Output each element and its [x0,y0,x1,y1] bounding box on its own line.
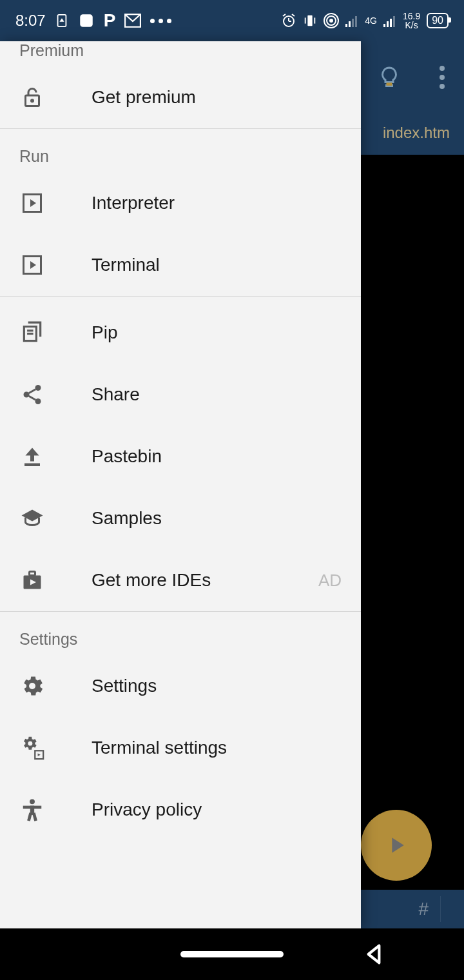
divider [0,296,361,297]
4g-indicator: 4G [365,16,377,25]
svg-rect-18 [355,16,357,27]
tab-index-html[interactable]: index.htm [376,113,456,152]
notif-square-icon [78,12,95,29]
nav-home-pill[interactable] [180,951,284,957]
svg-rect-52 [32,812,37,821]
svg-marker-30 [30,261,36,269]
section-settings: Settings [0,612,361,655]
drawer-item-samples[interactable]: Samples [0,487,361,549]
svg-rect-51 [27,812,32,821]
item-label: Terminal [92,255,342,275]
svg-line-8 [292,14,295,16]
unlock-icon [19,84,45,110]
clock: 8:07 [15,12,46,30]
svg-line-37 [29,396,36,400]
svg-rect-42 [30,572,35,576]
school-icon [19,505,45,531]
svg-point-34 [24,392,30,398]
svg-marker-47 [38,754,41,756]
upload-icon [19,444,45,469]
item-label: Share [92,384,342,405]
netspeed: 16.9K/s [403,12,420,30]
svg-line-7 [283,14,285,16]
svg-point-44 [29,683,35,689]
system-navbar [0,928,464,980]
svg-marker-24 [392,838,403,852]
statusbar: 8:07 P 4G 16.9K/s 90 [0,0,464,41]
key-next[interactable] [441,896,464,922]
drawer-item-pastebin[interactable]: Pastebin [0,426,361,487]
notif-p-icon: P [104,10,116,31]
svg-marker-38 [26,448,39,462]
svg-rect-9 [308,15,313,26]
svg-marker-28 [30,199,36,207]
key-hash[interactable]: # [407,896,441,922]
svg-rect-15 [345,24,347,27]
drawer-item-settings[interactable]: Settings [0,655,361,717]
svg-rect-22 [393,16,395,27]
svg-marker-1 [59,18,64,21]
drawer-item-privacy-policy[interactable]: Privacy policy [0,779,361,841]
gear-terminal-icon [19,735,45,761]
svg-point-26 [30,99,34,103]
drawer-item-more-ides[interactable]: Get more IDEs AD [0,549,361,611]
drawer-item-terminal-settings[interactable]: Terminal settings [0,717,361,779]
navigation-drawer: Premium Get premium Run Interpreter Term… [0,41,361,928]
hotspot-icon [324,13,339,28]
item-label: Pip [92,322,342,343]
gear-icon [19,673,45,699]
svg-point-33 [35,385,41,391]
alarm-icon [281,13,296,28]
accessibility-icon [19,797,45,823]
item-label: Samples [92,508,342,529]
svg-point-12 [329,19,333,23]
notif-mail-icon [124,14,141,28]
item-label: Pastebin [92,446,342,467]
item-label: Privacy policy [92,799,342,820]
item-label: Get premium [92,87,342,108]
svg-rect-21 [390,19,392,27]
play-box-icon [19,190,45,216]
svg-point-48 [30,799,35,804]
drawer-item-share[interactable]: Share [0,364,361,426]
ad-badge: AD [318,571,342,591]
vibrate-icon [303,13,317,28]
section-run: Run [0,129,361,172]
svg-point-35 [35,398,41,404]
section-premium: Premium [0,41,361,66]
item-label: Terminal settings [92,738,342,758]
svg-rect-16 [349,21,351,27]
signal-1-icon [345,14,358,27]
drawer-item-interpreter[interactable]: Interpreter [0,172,361,234]
overflow-menu-icon[interactable] [440,66,445,89]
drawer-item-pip[interactable]: Pip [0,302,361,364]
svg-rect-20 [387,21,389,27]
library-icon [19,320,45,346]
svg-rect-39 [24,464,40,467]
run-fab[interactable] [361,810,432,881]
item-label: Settings [92,676,342,696]
svg-point-45 [28,741,32,746]
item-label: Get more IDEs [92,570,318,591]
notif-more-dots-icon [150,19,171,23]
svg-rect-2 [80,14,93,27]
play-box-icon [19,252,45,278]
shop-icon [19,567,45,593]
battery-indicator: 90 [427,13,449,28]
item-label: Interpreter [92,193,342,213]
hint-bulb-icon[interactable] [378,66,401,89]
svg-rect-19 [383,24,385,27]
nav-back-icon[interactable] [361,941,387,967]
drawer-item-get-premium[interactable]: Get premium [0,66,361,128]
signal-2-icon [383,14,396,27]
share-icon [19,382,45,407]
notif-app-icon [55,14,69,28]
svg-line-36 [29,389,36,393]
svg-rect-17 [352,19,354,27]
drawer-item-terminal[interactable]: Terminal [0,234,361,296]
